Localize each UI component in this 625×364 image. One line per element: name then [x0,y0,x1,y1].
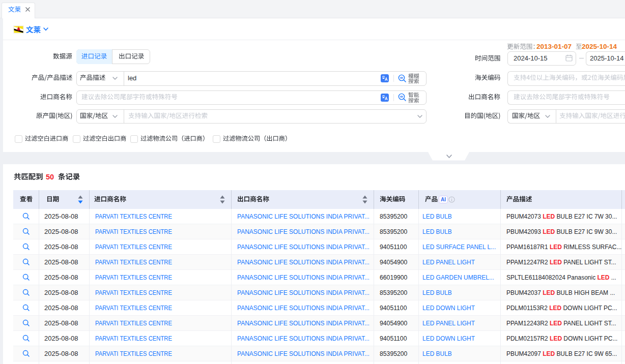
svg-text:AI: AI [441,197,446,202]
